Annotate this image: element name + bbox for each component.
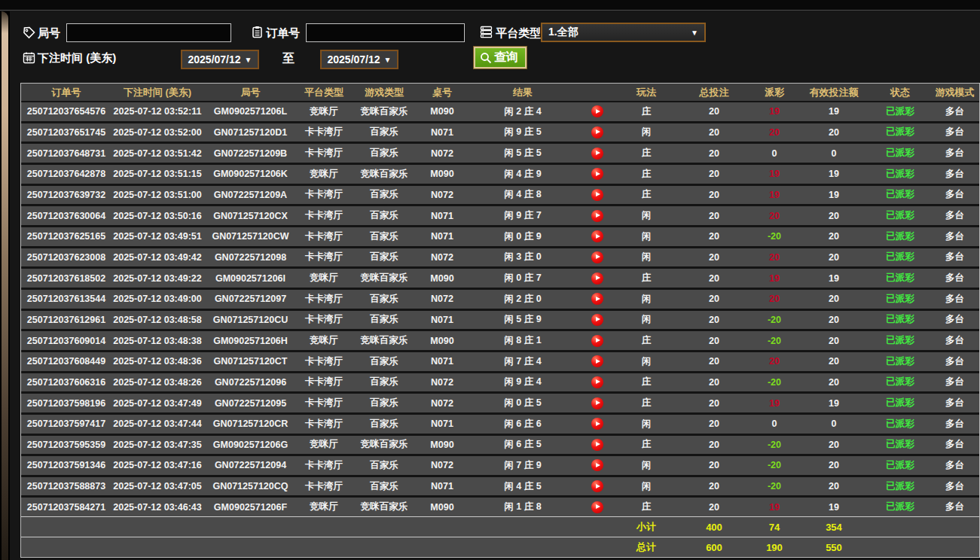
video-play-button[interactable] (591, 105, 603, 117)
table-row: 2507120376090142025-07-12 03:48:38GM0902… (21, 331, 979, 352)
cell-total-bet: 20 (677, 336, 751, 346)
table-row: 2507120376135442025-07-12 03:49:00GN0722… (21, 290, 979, 311)
video-play-button[interactable] (591, 230, 603, 242)
cell-valid-bet: 20 (798, 336, 870, 346)
video-play-button[interactable] (591, 355, 603, 367)
video-play-button[interactable] (591, 251, 603, 263)
cell-game-mode: 多台 (930, 272, 979, 285)
cell-table-number: N072 (418, 190, 466, 200)
cell-platform-type: 卡卡湾厅 (298, 147, 350, 160)
grand-total-valid-bet: 550 (798, 542, 870, 553)
cell-table-number: M090 (418, 336, 466, 346)
filter-bar: 局号 订单号 平台类型 1.全部 ▼ 下注时间 (美东) 2025/07/12 … (20, 11, 980, 83)
cell-game-mode: 多台 (930, 480, 979, 493)
table-row: 2507120376487312025-07-12 03:51:42GN0722… (21, 144, 979, 165)
cell-game-type: 百家乐 (350, 313, 418, 326)
video-play-button[interactable] (591, 210, 603, 222)
order-number-input[interactable] (306, 23, 465, 42)
video-play-button[interactable] (591, 148, 603, 160)
cell-table-number: N071 (418, 211, 466, 221)
video-play-button[interactable] (591, 314, 603, 326)
video-play-button[interactable] (591, 480, 603, 492)
cell-play-type: 庄 (615, 147, 677, 160)
video-play-button[interactable] (591, 397, 603, 409)
cell-video (579, 355, 615, 367)
cell-valid-bet: 19 (798, 169, 870, 179)
video-play-button[interactable] (591, 418, 603, 430)
cell-status: 已派彩 (870, 272, 930, 285)
video-play-button[interactable] (591, 272, 603, 285)
cell-round-number: GN071257120CQ (203, 481, 298, 492)
col-total-bet: 总投注 (677, 86, 751, 99)
query-button[interactable]: 查询 (474, 47, 527, 68)
col-play: 玩法 (615, 86, 677, 99)
cell-payout: 19 (751, 502, 798, 513)
table-row: 2507120376063162025-07-12 03:48:26GN0722… (21, 373, 979, 394)
cell-play-type: 庄 (615, 376, 677, 388)
cell-payout: 19 (751, 398, 798, 409)
video-play-button[interactable] (591, 501, 603, 513)
cell-round-number: GN07225712096 (203, 377, 298, 388)
cell-table-number: M090 (418, 440, 466, 450)
video-play-button[interactable] (591, 293, 603, 305)
video-play-button[interactable] (591, 168, 603, 180)
video-play-button[interactable] (591, 189, 603, 201)
cell-round-number: GN071257120CW (203, 231, 298, 242)
cell-video (579, 126, 615, 138)
round-number-input[interactable] (66, 23, 231, 42)
video-play-button[interactable] (591, 439, 603, 451)
cell-game-type: 百家乐 (350, 188, 418, 201)
cell-payout: 20 (751, 294, 798, 304)
cell-play-type: 庄 (615, 438, 677, 451)
cell-valid-bet: 0 (798, 148, 870, 159)
cell-play-type: 庄 (615, 188, 677, 201)
cell-round-number: GN071257120CX (203, 211, 298, 221)
cell-round-number: GN07225712095 (203, 398, 298, 409)
video-play-button[interactable] (591, 335, 603, 347)
platform-type-select[interactable]: 1.全部 ▼ (541, 23, 706, 42)
calendar-icon (23, 51, 35, 64)
cell-game-type: 百家乐 (350, 209, 418, 222)
cell-result: 闲 0 庄 5 (466, 397, 579, 409)
cell-table-number: N072 (418, 460, 466, 470)
cell-valid-bet: 20 (798, 294, 870, 304)
cell-bet-time: 2025-07-12 03:48:36 (111, 356, 203, 367)
platform-stack-icon (480, 26, 493, 38)
table-row: 2507120375974172025-07-12 03:47:44GN0712… (21, 415, 979, 436)
cell-play-type: 闲 (615, 251, 677, 263)
cell-game-mode: 多台 (930, 251, 979, 263)
video-play-button[interactable] (591, 459, 603, 471)
round-number-label: 局号 (38, 26, 60, 41)
cell-status: 已派彩 (870, 209, 930, 222)
cell-video (579, 459, 615, 471)
date-from-value: 2025/07/12 (188, 53, 241, 65)
cell-platform-type: 卡卡湾厅 (298, 126, 350, 138)
cell-round-number: GN0722571209B (203, 148, 298, 159)
cell-order-number: 250712037598196 (21, 398, 111, 409)
cell-payout: 19 (751, 169, 798, 179)
cell-round-number: GM0902571206G (203, 440, 298, 450)
cell-round-number: GN07225712094 (203, 460, 298, 470)
video-play-button[interactable] (591, 376, 603, 388)
cell-table-number: N072 (418, 252, 466, 263)
subtotal-row: 小计 400 74 354 (21, 516, 979, 537)
cell-game-type: 竞咪百家乐 (350, 168, 418, 181)
cell-payout: -20 (751, 481, 798, 492)
cell-round-number: GN071257120D1 (203, 127, 298, 138)
cell-status: 已派彩 (870, 397, 930, 409)
cell-table-number: N071 (418, 356, 466, 367)
col-game-mode: 游戏模式 (930, 86, 979, 99)
cell-valid-bet: 20 (798, 377, 870, 388)
date-to-picker[interactable]: 2025/07/12 ▼ (320, 50, 398, 69)
clipboard-icon (251, 26, 264, 38)
cell-status: 已派彩 (870, 438, 930, 451)
cell-result: 闲 9 庄 5 (466, 126, 579, 138)
cell-table-number: N071 (418, 481, 466, 492)
video-play-button[interactable] (591, 126, 603, 138)
cell-status: 已派彩 (870, 480, 930, 493)
cell-video (579, 418, 615, 430)
date-from-picker[interactable]: 2025/07/12 ▼ (181, 50, 259, 69)
cell-platform-type: 竞咪厅 (298, 501, 350, 513)
grand-total-row: 总计 600 190 550 (21, 537, 979, 557)
cell-game-mode: 多台 (930, 293, 979, 306)
